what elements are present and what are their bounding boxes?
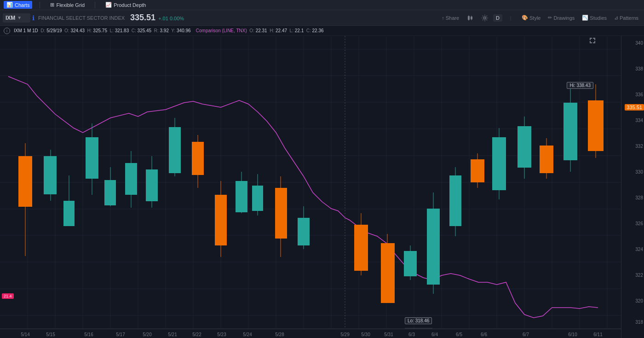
share-button[interactable]: ↑ Share (439, 14, 462, 22)
date-5-23: 5/23 (217, 332, 226, 337)
pink-badge-value: 21.4 (4, 294, 12, 298)
date-6-7: 6/7 (523, 332, 529, 337)
pink-price-badge: 21.4 (2, 293, 14, 299)
drawings-icon: ✏ (548, 15, 552, 21)
flexible-grid-label: Flexible Grid (56, 2, 85, 8)
share-icon: ↑ (442, 15, 444, 21)
symbol-selector[interactable]: IXM ▼ (3, 13, 30, 23)
chart-r: 3.92 (160, 28, 169, 33)
nav-charts[interactable]: 📊 Charts (4, 1, 32, 9)
price-332: 332 (635, 144, 643, 149)
svg-rect-84 (518, 126, 531, 168)
date-6-10: 6/10 (568, 332, 577, 337)
drawings-button[interactable]: ✏ Drawings (545, 13, 577, 22)
svg-point-6 (484, 17, 486, 19)
style-button[interactable]: 🎨 Style (519, 13, 543, 22)
chart-area[interactable]: .grid { stroke: #1e2333; stroke-width: 1… (0, 36, 621, 338)
comp-open: 22.31 (256, 28, 267, 33)
date-5-21: 5/21 (168, 332, 177, 337)
lo-label: Lo: 318.46 (405, 317, 432, 324)
info-dot[interactable]: i (4, 28, 10, 34)
studies-icon: 📉 (582, 15, 588, 21)
nav-product-depth[interactable]: 📈 Product Depth (103, 1, 149, 9)
x-axis: 5/14 5/15 5/16 5/17 5/20 5/21 5/22 5/23 … (0, 329, 621, 338)
price-display: 335.51 +.01 0.00% (130, 13, 184, 23)
svg-rect-65 (275, 188, 287, 239)
date-6-3: 6/3 (408, 332, 415, 337)
chart-info-text: IXM 1 M 1D D: 5/29/19 O: 324.43 H: 325.7… (14, 28, 324, 33)
svg-rect-86 (540, 146, 553, 173)
price-328: 328 (635, 195, 643, 200)
settings-icon-btn[interactable] (478, 12, 491, 24)
price-318: 318 (635, 320, 643, 325)
chart-symbol: IXM 1 M 1D (14, 28, 38, 33)
expand-button[interactable] (588, 36, 597, 45)
date-5-24: 5/24 (243, 332, 252, 337)
svg-rect-41 (18, 156, 32, 207)
date-6-6: 6/6 (481, 332, 487, 337)
current-price-label: 335.51 (625, 104, 644, 111)
price-330: 330 (635, 169, 643, 175)
svg-rect-67 (298, 218, 310, 245)
price-334: 334 (635, 118, 643, 123)
svg-rect-55 (169, 127, 181, 173)
price-change-value: +.01 (158, 16, 168, 21)
svg-rect-51 (125, 163, 137, 195)
svg-rect-88 (564, 103, 577, 160)
price-338: 338 (635, 66, 643, 71)
price-326: 326 (635, 221, 643, 226)
svg-rect-78 (449, 175, 461, 226)
price-336: 336 (635, 92, 643, 97)
patterns-button[interactable]: ⊿ Patterns (611, 13, 641, 22)
product-depth-label: Product Depth (114, 2, 146, 8)
svg-rect-72 (381, 243, 395, 303)
price-change: +.01 0.00% (158, 16, 184, 21)
nav-flexible-grid[interactable]: ⊞ Flexible Grid (47, 1, 87, 9)
comp-high: 22.47 (276, 28, 287, 33)
date-5-15: 5/15 (46, 332, 55, 337)
drawings-label: Drawings (553, 15, 575, 21)
date-5-29: 5/29 (340, 332, 349, 337)
d-button[interactable]: D (493, 14, 502, 22)
date-5-22: 5/22 (192, 332, 201, 337)
chart-wrapper: .grid { stroke: #1e2333; stroke-width: 1… (0, 36, 644, 338)
svg-rect-59 (215, 195, 227, 245)
svg-rect-53 (146, 169, 158, 201)
current-price-value: 335.51 (627, 105, 642, 110)
hi-label: Hi: 338.43 (567, 82, 593, 89)
candle-icon-btn[interactable] (464, 12, 477, 24)
lo-value: Lo: 318.46 (408, 318, 429, 323)
info-icon: ℹ (32, 14, 34, 22)
separator-icon: | (504, 12, 517, 24)
svg-rect-49 (104, 180, 116, 205)
svg-rect-3 (471, 17, 472, 19)
chart-open: 324.43 (70, 28, 85, 33)
symbol-dropdown-arrow: ▼ (17, 15, 22, 20)
svg-rect-82 (492, 137, 506, 190)
svg-rect-74 (404, 251, 417, 276)
studies-button[interactable]: 📉 Studies (579, 13, 610, 22)
share-label: Share (446, 15, 459, 21)
chart-info-row: i IXM 1 M 1D D: 5/29/19 O: 324.43 H: 325… (0, 26, 644, 36)
svg-rect-76 (427, 209, 440, 285)
symbol-name: IXM (6, 15, 15, 21)
settings-icon (481, 14, 489, 22)
hi-value: Hi: 338.43 (569, 83, 591, 88)
price-322: 322 (635, 273, 643, 278)
full-name: FINANCIAL SELECT SECTOR INDEX (38, 15, 125, 21)
patterns-label: Patterns (620, 15, 638, 21)
style-label: Style (529, 15, 540, 21)
chart-y: 340.96 (177, 28, 191, 33)
date-5-30: 5/30 (361, 332, 370, 337)
date-5-28: 5/28 (275, 332, 284, 337)
chart-low: 321.83 (115, 28, 129, 33)
svg-rect-47 (86, 137, 98, 179)
svg-rect-0 (468, 16, 470, 20)
chart-high: 325.75 (93, 28, 107, 33)
top-nav: 📊 Charts ⊞ Flexible Grid 📈 Product Depth (0, 0, 644, 10)
date-5-16: 5/16 (84, 332, 93, 337)
price-axis: 340 338 336 334 332 330 328 326 324 322 … (621, 36, 644, 338)
date-5-31: 5/31 (384, 332, 393, 337)
svg-rect-57 (192, 142, 204, 175)
comp-close: 22.36 (312, 28, 324, 33)
